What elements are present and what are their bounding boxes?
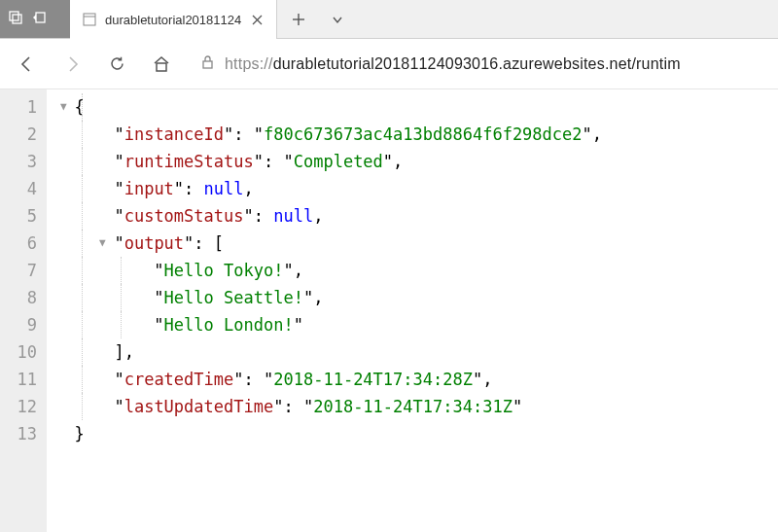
code-line: }	[54, 420, 778, 447]
svg-rect-3	[84, 14, 95, 25]
line-number: 12	[16, 393, 37, 420]
code-line: "Hello London!"	[54, 311, 778, 338]
tab-dropdown-button[interactable]	[324, 6, 351, 33]
code-line: ▼ "output": [	[54, 230, 778, 257]
code-line: "Hello Tokyo!",	[54, 257, 778, 284]
code-line: ▼ {	[54, 93, 778, 121]
titlebar: durabletutorial20181124	[0, 0, 778, 39]
line-number: 10	[16, 338, 37, 366]
line-number-gutter: 1 2 3 4 5 6 7 8 9 10 11 12 13	[0, 89, 47, 532]
fold-toggle-icon[interactable]: ▼	[60, 93, 67, 121]
line-number: 4	[16, 175, 37, 202]
tab-title: durabletutorial20181124	[105, 13, 241, 27]
line-number: 3	[16, 148, 37, 175]
line-number: 1	[16, 93, 37, 121]
new-tab-button[interactable]	[285, 6, 312, 33]
code-line: "lastUpdatedTime": "2018-11-24T17:34:31Z…	[54, 393, 778, 420]
code-line: "createdTime": "2018-11-24T17:34:28Z",	[54, 366, 778, 393]
line-number: 8	[16, 284, 37, 311]
line-number: 7	[16, 257, 37, 284]
line-number: 9	[16, 311, 37, 338]
line-number: 13	[16, 420, 37, 447]
line-number: 5	[16, 202, 37, 230]
code-line: "Hello Seattle!",	[54, 284, 778, 311]
back-button[interactable]	[14, 51, 41, 78]
line-number: 11	[16, 366, 37, 393]
line-number: 2	[16, 121, 37, 148]
code-line: ],	[54, 338, 778, 366]
svg-rect-2	[36, 13, 45, 22]
forward-button[interactable]	[58, 51, 86, 78]
browser-tab[interactable]: durabletutorial20181124	[70, 0, 277, 39]
tab-close-button[interactable]	[249, 12, 265, 27]
refresh-button[interactable]	[103, 51, 130, 78]
svg-rect-9	[157, 63, 166, 71]
json-viewer: 1 2 3 4 5 6 7 8 9 10 11 12 13 ▼ { "insta…	[0, 89, 778, 532]
address-bar[interactable]: https://durabletutorial20181124093016.az…	[193, 54, 764, 73]
toolbar: https://durabletutorial20181124093016.az…	[0, 39, 778, 89]
page-favicon	[82, 12, 97, 27]
svg-rect-10	[203, 61, 212, 68]
code-line: "customStatus": null,	[54, 202, 778, 230]
code-line: "runtimeStatus": "Completed",	[54, 148, 778, 175]
svg-rect-0	[10, 12, 18, 20]
lock-icon	[200, 54, 215, 73]
home-button[interactable]	[148, 51, 175, 78]
code-line: "input": null,	[54, 175, 778, 202]
fold-toggle-icon[interactable]: ▼	[99, 230, 106, 257]
set-aside-tabs-icon[interactable]	[31, 10, 47, 29]
line-number: 6	[16, 230, 37, 257]
code-line: "instanceId": "f80c673673ac4a13bd8864f6f…	[54, 121, 778, 148]
tabs-overview-icon[interactable]	[8, 10, 23, 29]
tab-actions	[277, 0, 359, 38]
code-area[interactable]: ▼ { "instanceId": "f80c673673ac4a13bd886…	[47, 89, 778, 532]
url-text: https://durabletutorial20181124093016.az…	[225, 55, 681, 73]
svg-rect-1	[13, 15, 21, 23]
window-controls	[0, 0, 70, 38]
